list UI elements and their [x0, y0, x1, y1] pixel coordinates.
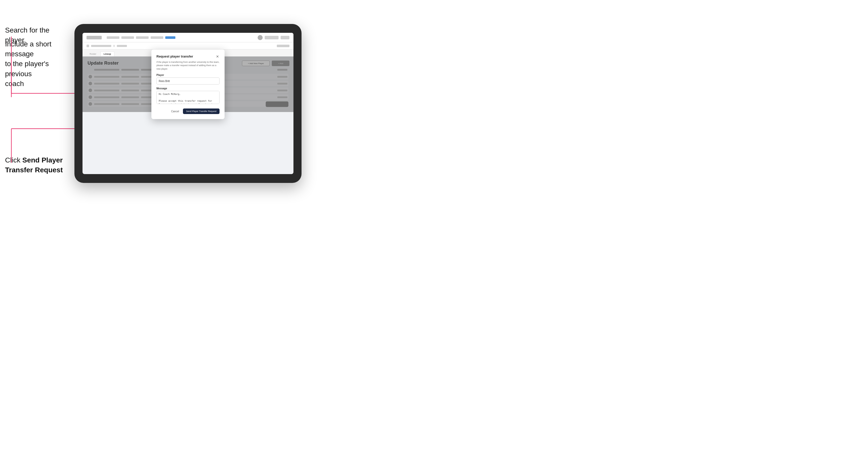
breadcrumb-action[interactable] — [277, 45, 289, 47]
modal-description: If the player is transferring from anoth… — [156, 61, 219, 71]
nav-item-teams[interactable] — [121, 36, 134, 39]
nav-item-active[interactable] — [165, 36, 175, 39]
message-annotation-text: Include a short messageto the player's p… — [5, 40, 52, 88]
user-avatar — [258, 35, 263, 40]
transfer-request-modal: Request player transfer ✕ If the player … — [151, 50, 224, 119]
nav-item-matches[interactable] — [136, 36, 149, 39]
app-header — [83, 33, 293, 42]
tab-lineup[interactable]: Lineup — [100, 52, 115, 56]
message-textarea[interactable]: Hi Coach McHarg, Please accept this tran… — [156, 91, 219, 104]
nav-item-more[interactable] — [151, 36, 163, 39]
modal-title: Request player transfer — [156, 55, 193, 58]
tab-roster[interactable]: Roster — [87, 52, 99, 56]
annotation-message: Include a short messageto the player's p… — [5, 39, 71, 89]
app-logo — [87, 36, 102, 39]
breadcrumb-bar — [83, 42, 293, 50]
header-secondary-btn[interactable] — [281, 36, 289, 39]
breadcrumb-icon — [87, 45, 89, 47]
header-right — [258, 35, 289, 40]
tablet-screen: Roster Lineup Update Roster + Add New Pl… — [83, 33, 293, 174]
click-annotation-text: Click Send Player Transfer Request — [5, 156, 63, 174]
modal-overlay: Request player transfer ✕ If the player … — [83, 57, 293, 112]
header-action-btn[interactable] — [265, 36, 279, 39]
modal-header: Request player transfer ✕ — [156, 55, 219, 59]
modal-close-button[interactable]: ✕ — [216, 55, 219, 59]
click-bold-text: Send Player Transfer Request — [5, 156, 63, 174]
modal-footer: Cancel Send Player Transfer Request — [156, 108, 219, 114]
breadcrumb-roster — [117, 45, 127, 47]
cancel-button[interactable]: Cancel — [169, 109, 181, 114]
main-content: Update Roster + Add New Player + Add — [83, 57, 293, 112]
message-field-label: Message — [156, 87, 219, 90]
annotation-click: Click Send Player Transfer Request — [5, 155, 63, 175]
tablet-device: Roster Lineup Update Roster + Add New Pl… — [74, 24, 302, 183]
player-input[interactable] — [156, 77, 219, 85]
send-transfer-request-button[interactable]: Send Player Transfer Request — [183, 108, 219, 114]
breadcrumb-separator — [113, 45, 115, 47]
player-field-label: Player — [156, 74, 219, 76]
breadcrumb-team — [91, 45, 111, 47]
nav-item-tournaments[interactable] — [107, 36, 119, 39]
app-nav — [107, 36, 175, 39]
